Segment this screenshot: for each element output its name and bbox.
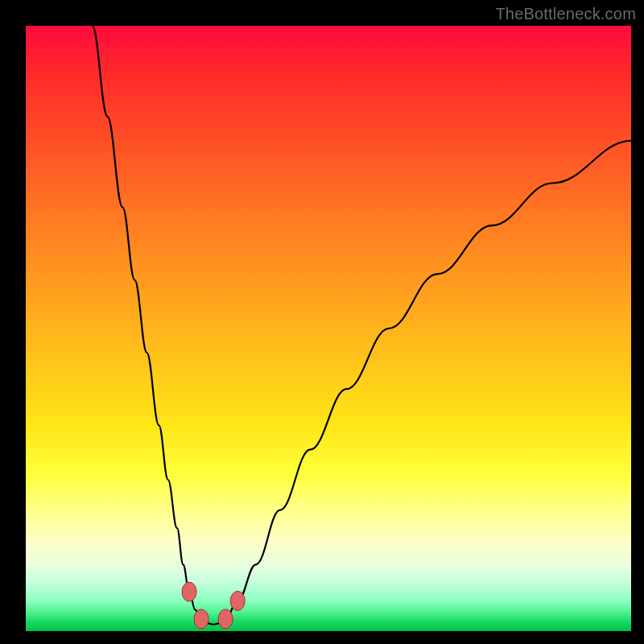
curve-svg bbox=[26, 26, 631, 631]
curve-right-branch bbox=[225, 141, 631, 619]
marker-right-upper bbox=[230, 591, 245, 610]
markers-group bbox=[182, 582, 245, 629]
chart-frame: TheBottleneck.com bbox=[0, 0, 644, 644]
marker-left-upper bbox=[182, 582, 196, 601]
curve-left-branch bbox=[93, 26, 201, 619]
curves-group bbox=[93, 26, 631, 625]
marker-right-lower bbox=[218, 609, 233, 629]
watermark-text: TheBottleneck.com bbox=[495, 5, 636, 23]
plot-area bbox=[26, 26, 631, 631]
marker-left-lower bbox=[194, 609, 208, 629]
